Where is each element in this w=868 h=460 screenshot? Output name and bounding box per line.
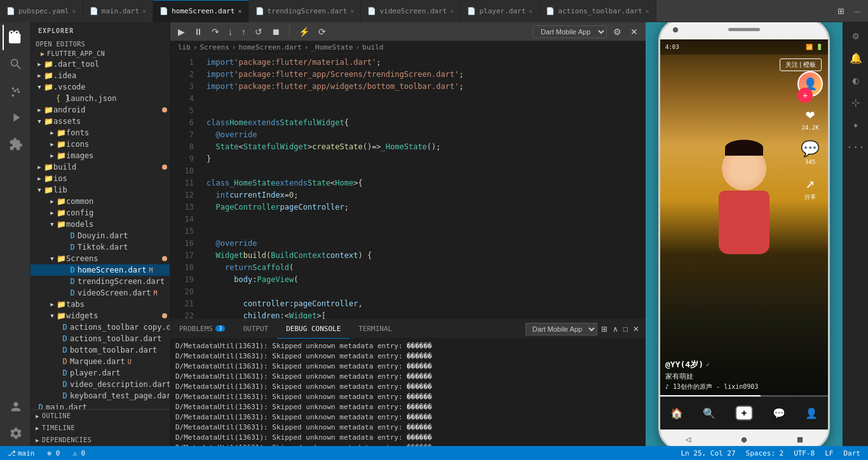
sidebar-item-dependencies[interactable]: ▶ DEPENDENCIES: [31, 434, 170, 446]
panel-tab-terminal[interactable]: TERMINAL: [349, 320, 401, 339]
breadcrumb-build[interactable]: build: [362, 43, 383, 51]
sidebar-item-dart-tool[interactable]: ▶ 📁 .dart_tool: [31, 58, 170, 70]
sidebar-item-tabs[interactable]: ▶ 📁 tabs: [31, 299, 170, 310]
sidebar-item-actions-toolbar[interactable]: D actions_toolbar.dart: [31, 333, 170, 344]
activity-search[interactable]: [3, 51, 28, 77]
status-line-col[interactable]: Ln 25, Col 27: [678, 449, 738, 457]
sidebar-item-icons[interactable]: ▶ 📁 icons: [31, 139, 170, 150]
panel-minimize-button[interactable]: ∧: [611, 323, 620, 335]
activity-extensions[interactable]: [3, 132, 28, 157]
status-errors[interactable]: ⊗ 0: [45, 449, 63, 457]
sidebar-item-timeline[interactable]: ▶ TIMELINE: [31, 422, 170, 434]
tab-main-dart[interactable]: 📄 main.dart ✕: [83, 0, 154, 22]
sidebar-item-main-dart[interactable]: D main.dart: [31, 402, 170, 409]
panel-close-button[interactable]: ✕: [632, 323, 641, 335]
status-branch[interactable]: ⎇ main: [5, 449, 37, 457]
sidebar-item-tiktok[interactable]: D Tiktok.dart: [31, 241, 170, 253]
sidebar-item-widgets[interactable]: ▼ 📁 widgets: [31, 310, 170, 321]
code-content[interactable]: import 'package:flutter/material.dart'; …: [199, 54, 646, 319]
sidebar-item-models[interactable]: ▼ 📁 models: [31, 219, 170, 230]
breadcrumb-file[interactable]: homeScreen.dart: [238, 43, 301, 51]
tab-player-dart[interactable]: 📄 player.dart ✕: [461, 0, 539, 22]
close-icon[interactable]: ✕: [529, 8, 532, 15]
step-into-button[interactable]: ↓: [226, 25, 235, 38]
terminal-selector[interactable]: Dart Mobile App: [526, 323, 597, 335]
activity-explorer[interactable]: [3, 25, 28, 50]
close-icon[interactable]: ✕: [238, 8, 242, 15]
more-actions-button[interactable]: ···: [851, 5, 863, 17]
hot-reload-button[interactable]: ⚡: [296, 25, 312, 38]
panel-tab-output[interactable]: OUTPUT: [234, 320, 277, 339]
right-panel-icon-2[interactable]: 🔔: [847, 50, 865, 67]
tab-trendingscreen-dart[interactable]: 📄 trendingScreen.dart ✕: [249, 0, 362, 22]
sidebar-item-idea[interactable]: ▶ 📁 .idea: [31, 70, 170, 81]
sidebar-item-player[interactable]: D player.dart: [31, 367, 170, 379]
restart-button[interactable]: ↺: [252, 25, 265, 38]
pause-button[interactable]: ⏸: [191, 25, 205, 38]
close-icon[interactable]: ✕: [72, 8, 76, 15]
step-over-button[interactable]: ↷: [209, 25, 222, 38]
sidebar-item-assets[interactable]: ▼ 📁 assets: [31, 116, 170, 127]
activity-accounts[interactable]: [3, 394, 28, 419]
tab-pubspec-yaml[interactable]: 📄 pubspec.yaml ✕: [0, 0, 83, 22]
follow-button[interactable]: +: [797, 88, 813, 103]
sidebar-item-ios[interactable]: ▶ 📁 ios: [31, 173, 170, 184]
sidebar-item-screens[interactable]: ▼ 📁 Screens: [31, 253, 170, 264]
right-panel-icon-4[interactable]: ⊹: [849, 94, 862, 111]
sidebar-item-video-description[interactable]: D video_description.dart M: [31, 379, 170, 390]
right-panel-icon-5[interactable]: ✦: [850, 116, 862, 133]
sidebar-item-launch-json[interactable]: { } launch.json: [31, 93, 170, 104]
close-icon[interactable]: ✕: [142, 8, 146, 15]
sidebar-item-vscode[interactable]: ▼ 📁 .vscode: [31, 81, 170, 93]
panel-tab-problems[interactable]: PROBLEMS 3: [170, 320, 234, 339]
phone-nav-inbox[interactable]: 💬: [773, 407, 785, 419]
sidebar-item-marquee[interactable]: D Marquee.dart U: [31, 356, 170, 367]
sidebar-item-build[interactable]: ▶ 📁 build: [31, 161, 170, 173]
status-warnings[interactable]: ⚠ 0: [70, 449, 88, 457]
status-spaces[interactable]: Spaces: 2: [743, 449, 787, 457]
panel-tab-debug-console[interactable]: DEBUG CONSOLE: [277, 320, 349, 339]
close-debug-button[interactable]: ✕: [628, 25, 641, 38]
like-button[interactable]: ❤️ 24.2K: [801, 105, 818, 131]
sidebar-item-images[interactable]: ▶ 📁 images: [31, 150, 170, 161]
status-language[interactable]: Dart: [841, 449, 864, 457]
comment-button[interactable]: 💬 345: [801, 140, 820, 165]
close-icon[interactable]: ✕: [646, 8, 649, 15]
panel-split-button[interactable]: ⊞: [600, 323, 609, 335]
share-button[interactable]: ↗ 分享: [804, 174, 816, 201]
breadcrumb-lib[interactable]: lib: [178, 43, 191, 51]
phone-nav-profile[interactable]: 👤: [805, 407, 818, 419]
sidebar-item-homescreen[interactable]: D homeScreen.dart M: [31, 264, 170, 276]
tab-actions-toolbar-dart[interactable]: 📄 actions_toolbar.dart ✕: [539, 0, 656, 22]
status-encoding[interactable]: UTF-8: [791, 449, 817, 457]
sidebar-item-fonts[interactable]: ▶ 📁 fonts: [31, 127, 170, 139]
phone-home-button[interactable]: ●: [742, 434, 747, 444]
activity-settings[interactable]: [3, 421, 28, 446]
sidebar-item-android[interactable]: ▶ 📁 android: [31, 104, 170, 116]
sidebar-item-trendingscreen[interactable]: D trendingScreen.dart: [31, 276, 170, 287]
phone-back-button[interactable]: ◁: [686, 434, 691, 444]
sidebar-item-outline[interactable]: ▶ OUTLINE: [31, 410, 170, 422]
tab-homescreen-dart[interactable]: 📄 homeScreen.dart ✕: [153, 0, 248, 22]
debug-config-button[interactable]: ⚙: [611, 25, 624, 38]
split-editor-button[interactable]: ⊞: [835, 5, 847, 17]
phone-recents-button[interactable]: ■: [797, 434, 803, 444]
sidebar-item-bottom-toolbar[interactable]: D bottom_toolbar.dart: [31, 344, 170, 356]
right-panel-icon-1[interactable]: ⚙: [850, 27, 862, 44]
activity-source-control[interactable]: [3, 78, 28, 104]
sidebar-item-common[interactable]: ▶ 📁 common: [31, 196, 170, 207]
sidebar-item-keyboard-test[interactable]: D keyboard_test_page.dart: [31, 390, 170, 402]
tab-videoscreen-dart[interactable]: 📄 videoScreen.dart ✕: [361, 0, 461, 22]
phone-nav-home[interactable]: 🏠: [670, 407, 683, 419]
stop-button[interactable]: ⏹: [269, 25, 283, 38]
breadcrumb-homestate[interactable]: _HomeState: [311, 43, 353, 51]
project-root-item[interactable]: ▶ FLUTTER_APP_CN: [31, 49, 170, 58]
phone-nav-search[interactable]: 🔍: [703, 407, 715, 419]
sidebar-item-videoscreen[interactable]: D videoScreen.dart M: [31, 287, 170, 299]
hot-restart-button[interactable]: ⟳: [316, 25, 329, 38]
close-icon[interactable]: ✕: [350, 8, 354, 15]
panel-maximize-button[interactable]: □: [622, 323, 629, 335]
close-icon[interactable]: ✕: [450, 8, 454, 15]
continue-button[interactable]: ▶: [175, 25, 187, 38]
right-panel-icon-3[interactable]: ◐: [850, 72, 862, 89]
